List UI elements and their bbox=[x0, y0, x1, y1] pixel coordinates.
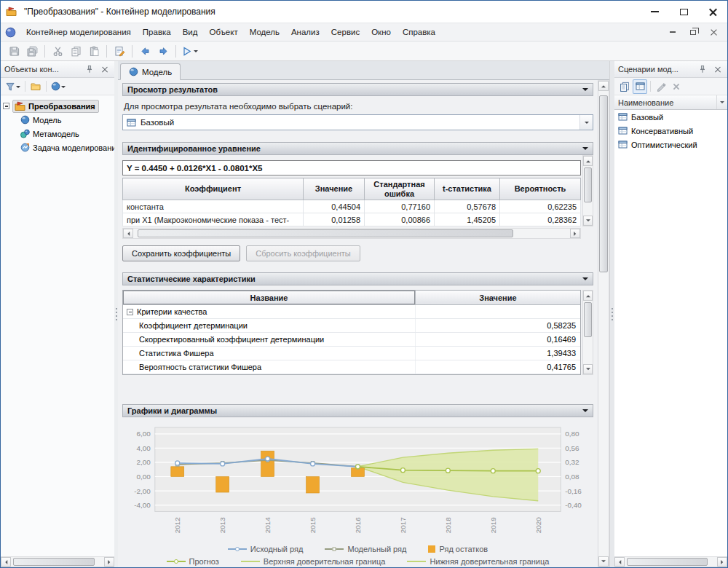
scroll-right-button[interactable] bbox=[717, 557, 727, 567]
scroll-down-button[interactable] bbox=[583, 216, 593, 226]
eq-column-header[interactable]: Стандартная ошибка bbox=[365, 178, 435, 200]
scroll-thumb[interactable] bbox=[584, 167, 592, 202]
scroll-thumb[interactable] bbox=[13, 558, 95, 566]
mdi-close-button[interactable] bbox=[704, 25, 723, 39]
scenario-list-item[interactable]: Оптимистический bbox=[614, 138, 727, 151]
edit-scenario-button[interactable] bbox=[654, 79, 668, 94]
edit-report-button[interactable] bbox=[111, 43, 128, 59]
panel-close-button[interactable] bbox=[712, 63, 724, 75]
mdi-restore-button[interactable] bbox=[684, 25, 703, 39]
copy-button[interactable] bbox=[67, 43, 84, 59]
folder-view-button[interactable] bbox=[28, 79, 43, 94]
scroll-thumb[interactable] bbox=[584, 302, 592, 337]
panel-close-button[interactable] bbox=[99, 63, 111, 75]
collapse-button[interactable] bbox=[578, 85, 588, 94]
menu-item[interactable]: Окно bbox=[365, 25, 397, 39]
pin-button[interactable] bbox=[84, 63, 95, 75]
menu-item[interactable]: Объект bbox=[204, 25, 244, 39]
tab-model[interactable]: Модель bbox=[120, 63, 181, 80]
right-splitter[interactable] bbox=[609, 61, 614, 567]
scenarios-hscrollbar[interactable] bbox=[614, 556, 727, 567]
objects-panel-hscrollbar[interactable] bbox=[1, 556, 114, 567]
collapse-expander-icon[interactable] bbox=[3, 103, 9, 109]
collapse-button[interactable] bbox=[578, 144, 588, 153]
eq-column-header[interactable]: Значение bbox=[304, 178, 365, 200]
scroll-up-button[interactable] bbox=[583, 156, 593, 166]
table-view-button[interactable] bbox=[633, 79, 647, 94]
eq-column-header[interactable]: Коэффициент bbox=[123, 178, 304, 200]
mdi-minimize-button[interactable] bbox=[663, 25, 682, 39]
copy-scenario-button[interactable] bbox=[617, 79, 632, 94]
collapse-button[interactable] bbox=[578, 275, 588, 283]
stats-table-row[interactable]: Коэффициент детерминации0,58235 bbox=[123, 319, 580, 333]
object-type-button[interactable] bbox=[50, 79, 67, 94]
menu-item[interactable]: Модель bbox=[244, 25, 285, 39]
section-statistics-header[interactable]: Статистические характеристики bbox=[122, 272, 593, 285]
scenario-combobox[interactable]: Базовый bbox=[122, 114, 593, 130]
filter-button[interactable] bbox=[4, 79, 22, 94]
scroll-thumb[interactable] bbox=[627, 558, 708, 566]
menu-item[interactable]: Контейнер моделирования bbox=[20, 25, 137, 39]
tree-item[interactable]: Модель bbox=[3, 113, 112, 127]
tree-root-row[interactable]: Преобразования bbox=[3, 99, 112, 113]
scroll-right-button[interactable] bbox=[570, 229, 580, 238]
column-filter-button[interactable] bbox=[716, 95, 727, 109]
scenario-list-item[interactable]: Базовый bbox=[614, 110, 727, 124]
menu-item[interactable]: Анализ bbox=[285, 25, 325, 39]
collapse-expander-icon[interactable] bbox=[127, 309, 133, 315]
chart-canvas[interactable]: 6,000,804,000,562,000,320,000,08-2,00-0,… bbox=[123, 423, 593, 540]
scroll-left-button[interactable] bbox=[123, 229, 133, 238]
coefficients-vscrollbar[interactable] bbox=[582, 155, 593, 226]
scroll-thumb[interactable] bbox=[599, 95, 608, 272]
stats-group-row[interactable]: Критерии качества bbox=[123, 305, 580, 319]
eq-table-row[interactable]: при X1 (Макроэкономические показа - тест… bbox=[123, 213, 581, 226]
stats-table-row[interactable]: Вероятность статистики Фишера0,41765 bbox=[123, 360, 580, 374]
menu-item[interactable]: Справка bbox=[397, 25, 441, 39]
coefficients-hscrollbar[interactable] bbox=[122, 228, 581, 239]
scenario-list-item[interactable]: Консервативный bbox=[614, 124, 727, 138]
container-sphere-icon[interactable] bbox=[5, 26, 17, 38]
stats-col-value[interactable]: Значение bbox=[416, 291, 580, 305]
scroll-up-button[interactable] bbox=[583, 291, 593, 301]
section-results-header[interactable]: Просмотр результатов bbox=[122, 83, 593, 96]
save-coefficients-button[interactable]: Сохранить коэффициенты bbox=[122, 245, 240, 261]
tree-item[interactable]: Метамодель bbox=[3, 127, 112, 141]
main-vscrollbar[interactable] bbox=[598, 80, 609, 567]
section-charts-header[interactable]: Графики и диаграммы bbox=[122, 404, 593, 417]
statistics-vscrollbar[interactable] bbox=[582, 290, 593, 375]
scenarios-column-header[interactable]: Наименование bbox=[614, 95, 727, 110]
forward-button[interactable] bbox=[154, 43, 172, 59]
save-all-button[interactable] bbox=[23, 43, 41, 59]
collapse-button[interactable] bbox=[578, 406, 588, 415]
maximize-button[interactable] bbox=[669, 1, 698, 23]
scroll-left-button[interactable] bbox=[1, 557, 11, 567]
run-calculation-button[interactable] bbox=[180, 43, 199, 59]
titlebar[interactable]: "Преобразования" - Контейнер моделирован… bbox=[1, 1, 727, 23]
tree-item[interactable]: Задача моделирования bbox=[3, 141, 112, 154]
menu-item[interactable]: Сервис bbox=[325, 25, 365, 39]
scroll-thumb[interactable] bbox=[138, 229, 513, 237]
section-equation-header[interactable]: Идентифицированное уравнение bbox=[122, 142, 593, 155]
save-button[interactable] bbox=[5, 43, 23, 59]
reset-coefficients-button[interactable]: Сбросить коэффициенты bbox=[246, 245, 360, 261]
menu-item[interactable]: Вид bbox=[177, 25, 204, 39]
eq-column-header[interactable]: t-статистика bbox=[435, 178, 500, 200]
combobox-dropdown-button[interactable] bbox=[579, 115, 593, 130]
paste-button[interactable] bbox=[85, 43, 103, 59]
eq-table-row[interactable]: константа0,445040,771600,576780,62235 bbox=[123, 200, 581, 213]
cut-button[interactable] bbox=[49, 43, 66, 59]
stats-table-row[interactable]: Статистика Фишера1,39433 bbox=[123, 347, 580, 360]
close-button[interactable] bbox=[698, 1, 727, 23]
stats-col-name[interactable]: Название bbox=[123, 291, 416, 305]
scroll-down-button[interactable] bbox=[583, 364, 593, 374]
scroll-right-button[interactable] bbox=[104, 557, 114, 567]
delete-scenario-button[interactable] bbox=[669, 79, 684, 94]
stats-table-row[interactable]: Скорректированный коэффициент детерминац… bbox=[123, 333, 580, 347]
eq-column-header[interactable]: Вероятность bbox=[500, 178, 581, 200]
scroll-down-button[interactable] bbox=[598, 556, 609, 567]
pin-button[interactable] bbox=[697, 63, 708, 75]
scroll-left-button[interactable] bbox=[614, 557, 625, 567]
scroll-up-button[interactable] bbox=[598, 81, 609, 91]
equation-formula-field[interactable]: Y = 0.4450 + 0.0126*X1 - 0.0801*X5 bbox=[122, 160, 581, 175]
back-button[interactable] bbox=[136, 43, 154, 59]
